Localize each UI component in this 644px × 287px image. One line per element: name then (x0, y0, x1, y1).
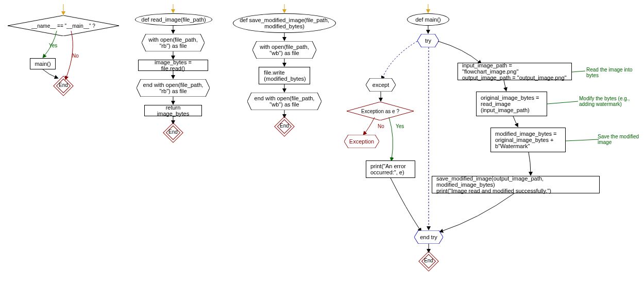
comment-read: Read the image into bytes (586, 67, 643, 78)
paths-box: input_image_path = "flowchart_image.png"… (457, 63, 572, 80)
def-main: def main() (407, 13, 449, 26)
exc-raise-text: Exception (349, 138, 374, 145)
with-text: with open(file_path, "wb") as file (257, 44, 312, 56)
flowchart-canvas: __name__ == "__main__" ? Yes No main() E… (0, 0, 644, 287)
def-text: def read_image(file_path) (141, 16, 206, 23)
end-with-rb: end with open(file_path, "rb") as file (137, 79, 210, 97)
except-block: except (366, 78, 396, 92)
arrow (524, 152, 535, 178)
with-open-wb: with open(file_path, "wb") as file (252, 41, 316, 59)
main-call-text: main() (35, 61, 50, 67)
return-box: return image_bytes (144, 105, 202, 116)
write-box: file.write (modified_bytes) (259, 67, 310, 84)
end-with-text: end with open(file_path, "wb") as file (251, 95, 317, 107)
end-with-wb: end with open(file_path, "wb") as file (247, 93, 321, 110)
print-error-box: print("An error occurred:", e) (366, 160, 415, 178)
comment-modify: Modify the bytes (e.g., adding watermark… (579, 96, 641, 107)
condition-text: __name__ == "__main__" ? (31, 23, 95, 29)
svg-line-33 (566, 139, 599, 141)
comment-line (566, 139, 599, 145)
svg-line-31 (572, 71, 585, 72)
save-print-text: save_modified_image(output_image_path, m… (436, 175, 595, 194)
comment-line (572, 70, 587, 76)
end-text: End (423, 258, 434, 263)
exc-cond-text: Exception as e ? (361, 109, 399, 114)
end-marker-2: End (166, 125, 180, 140)
read-bytes-box: image_bytes = file.read() (138, 60, 208, 71)
exception-raise: Exception (344, 135, 379, 148)
end-try-block: end try (414, 230, 443, 244)
write-text: file.write (modified_bytes) (264, 69, 306, 82)
end-marker-3: End (277, 119, 292, 134)
with-open-rb: with open(file_path, "rb") as file (142, 34, 205, 51)
end-marker-4: End (421, 254, 436, 268)
end-text: End (167, 129, 179, 135)
def-read-image: def read_image(file_path) (135, 13, 212, 26)
try-text: try (425, 38, 431, 44)
yes-label: Yes (49, 43, 57, 48)
arrow-try-endtry (426, 47, 431, 234)
end-try-text: end try (420, 234, 437, 240)
no-label: No (72, 53, 79, 59)
read-call-text: original_image_bytes = read_image (input… (481, 95, 543, 113)
end-with-text: end with open(file_path, "rb") as file (141, 82, 206, 94)
return-text: return image_bytes (149, 104, 197, 117)
arrow-try-except (376, 41, 422, 83)
end-text: End (58, 82, 69, 88)
save-print-box: save_modified_image(output_image_path, m… (432, 176, 600, 193)
with-text: with open(file_path, "rb") as file (146, 37, 200, 49)
modify-box: modified_image_bytes = original_image_by… (490, 128, 566, 152)
arrow-save-endtry (437, 193, 519, 237)
no-label: No (378, 123, 384, 129)
print-error-text: print("An error occurred:", e) (370, 163, 411, 175)
def-text: def save_modified_image(file_path, modif… (238, 17, 331, 29)
modify-text: modified_image_bytes = original_image_by… (495, 131, 561, 149)
def-save-modified: def save_modified_image(file_path, modif… (233, 13, 336, 33)
def-main-text: def main() (415, 16, 441, 23)
except-text: except (372, 82, 389, 88)
svg-line-32 (547, 101, 578, 104)
end-marker-1: End (56, 79, 71, 93)
end-text: End (279, 123, 290, 129)
paths-text: input_image_path = "flowchart_image.png"… (462, 62, 567, 81)
main-call-box: main() (30, 58, 56, 69)
comment-line (547, 100, 580, 106)
comment-save: Save the modified image (598, 134, 644, 145)
read-call-box: original_image_bytes = read_image (input… (476, 92, 547, 116)
yes-label: Yes (396, 123, 404, 129)
arrow-printerr-endtry (391, 178, 427, 236)
read-text: image_bytes = file.read() (143, 59, 204, 71)
